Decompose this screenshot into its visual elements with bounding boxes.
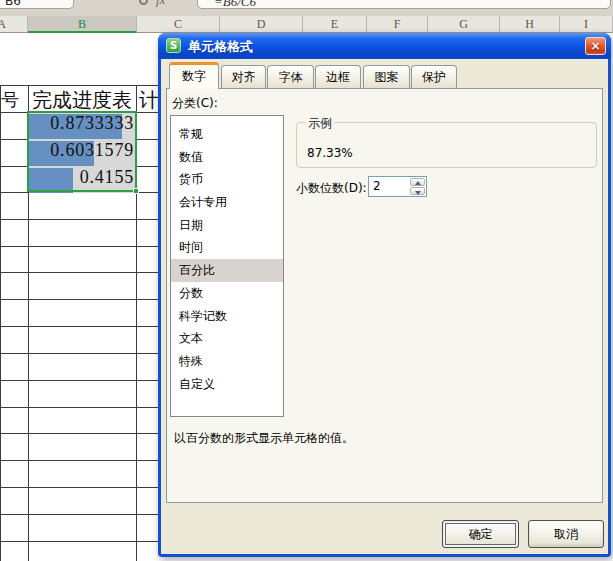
category-item[interactable]: 文本 <box>171 327 283 350</box>
close-button[interactable]: × <box>585 37 606 55</box>
sample-value: 87.33% <box>307 146 353 160</box>
dialog-title: 单元格格式 <box>188 38 253 56</box>
category-item[interactable]: 常规 <box>171 123 283 146</box>
category-item[interactable]: 时间 <box>171 236 283 259</box>
tab-protection[interactable]: 保护 <box>411 65 457 88</box>
spinner-down-icon[interactable] <box>410 187 425 195</box>
column-header-a[interactable]: A <box>0 16 28 32</box>
category-item[interactable]: 数值 <box>171 146 283 169</box>
empty-grid-rows <box>0 192 158 561</box>
category-item[interactable]: 自定义 <box>171 373 283 396</box>
tab-border[interactable]: 边框 <box>315 65 361 88</box>
format-cells-dialog: S 单元格格式 × 数字 对齐 字体 边框 图案 保护 分类(C): 常规 数值… <box>158 33 611 557</box>
category-item[interactable]: 特殊 <box>171 350 283 373</box>
selection-fill-handle[interactable] <box>133 188 139 194</box>
formula-input[interactable]: =B6/C6 <box>197 0 611 9</box>
screen: B6 fx =B6/C6 A B C D E F G H I 号 完成进度表 计… <box>0 0 613 561</box>
table-header-c: 计 <box>139 87 159 114</box>
category-item[interactable]: 分数 <box>171 282 283 305</box>
decimal-places-value[interactable]: 2 <box>373 177 381 196</box>
wps-app-icon: S <box>166 38 181 53</box>
dialog-body: 数字 对齐 字体 边框 图案 保护 分类(C): 常规 数值 货币 会计专用 日… <box>161 59 608 554</box>
name-box[interactable]: B6 <box>0 0 74 9</box>
column-header-c[interactable]: C <box>137 16 220 32</box>
tab-number[interactable]: 数字 <box>169 62 219 89</box>
decimal-places-spinner[interactable]: 2 <box>368 176 427 197</box>
table-header-a: 号 <box>1 88 19 112</box>
fx-icon[interactable]: fx <box>156 0 165 7</box>
spinner-up-icon[interactable] <box>410 178 425 186</box>
column-header-f[interactable]: F <box>367 16 428 32</box>
column-header-g[interactable]: G <box>428 16 500 32</box>
category-item[interactable]: 科学记数 <box>171 305 283 328</box>
ok-button[interactable]: 确定 <box>442 520 519 548</box>
table-header-b: 完成进度表 <box>32 87 142 114</box>
magnifier-icon[interactable] <box>139 0 148 5</box>
sample-groupbox: 示例 87.33% <box>296 122 597 168</box>
sample-legend: 示例 <box>305 115 335 132</box>
column-header-row: A B C D E F G H I <box>0 16 613 33</box>
column-header-e[interactable]: E <box>303 16 367 32</box>
formula-bar-strip: B6 fx =B6/C6 <box>0 0 613 16</box>
tab-alignment[interactable]: 对齐 <box>221 65 266 88</box>
grid-hline <box>0 85 158 86</box>
category-item-selected[interactable]: 百分比 <box>171 259 283 282</box>
dialog-titlebar[interactable]: S 单元格格式 × <box>158 33 611 59</box>
category-item[interactable]: 会计专用 <box>171 191 283 214</box>
category-item[interactable]: 日期 <box>171 214 283 237</box>
category-listbox[interactable]: 常规 数值 货币 会计专用 日期 时间 百分比 分数 科学记数 文本 特殊 自定… <box>170 115 284 417</box>
column-header-h[interactable]: H <box>500 16 560 32</box>
column-header-i[interactable]: I <box>560 16 613 32</box>
tab-font[interactable]: 字体 <box>267 65 314 88</box>
format-description: 以百分数的形式显示单元格的值。 <box>174 430 354 447</box>
category-item[interactable]: 货币 <box>171 168 283 191</box>
column-header-d[interactable]: D <box>220 16 303 32</box>
tab-pattern[interactable]: 图案 <box>363 65 410 88</box>
decimal-places-label: 小数位数(D): <box>296 180 367 197</box>
column-header-b-selected[interactable]: B <box>28 16 137 33</box>
category-label: 分类(C): <box>172 95 218 112</box>
cancel-button[interactable]: 取消 <box>528 520 604 548</box>
selection-range-border <box>27 111 137 192</box>
